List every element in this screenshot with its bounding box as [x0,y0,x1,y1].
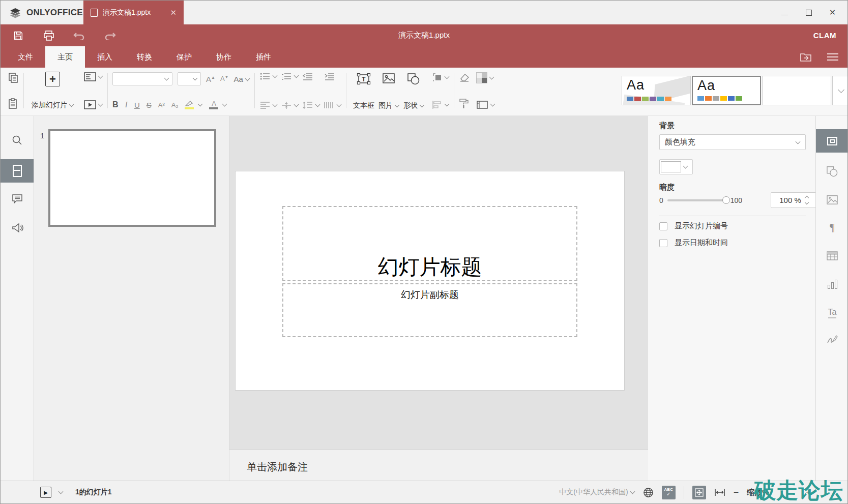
decrease-indent-button[interactable] [302,72,313,80]
opacity-spinner[interactable]: 100 % [771,192,817,208]
theme-option-2-selected[interactable]: Aa [692,76,761,105]
image-settings-button[interactable] [816,188,848,212]
bold-button[interactable]: B [112,100,119,109]
add-slide-button[interactable]: + 添加幻灯片 [28,71,77,110]
slide-appearance-group [476,71,495,110]
theme-option-3[interactable] [762,76,831,105]
tab-protection[interactable]: 保护 [164,46,204,68]
feedback-button[interactable] [1,216,34,240]
fit-to-width-button[interactable] [714,488,725,496]
highlight-pen-icon [185,100,194,107]
chevron-down-icon[interactable] [59,489,64,494]
font-name-combo[interactable] [112,72,172,85]
text-art-settings-button[interactable]: Ta [816,301,848,324]
save-button[interactable] [12,29,25,42]
bullets-button[interactable] [259,72,277,80]
increase-indent-button[interactable] [324,72,335,80]
insert-columns-button[interactable] [324,101,341,109]
select-colors-button[interactable] [476,72,495,83]
slide-thumbnail-selected[interactable] [48,129,216,227]
slide-settings-panel: 背景 颜色填充 暗度 0 100 100 % 显示幻灯片编号 显示日期和时间 [648,116,815,481]
fit-to-slide-button[interactable] [692,486,706,499]
change-layout-button[interactable] [84,72,103,81]
slider-handle[interactable] [722,196,730,204]
paragraph-settings-button[interactable]: ¶ [816,216,848,239]
slide-surface[interactable]: 幻灯片标题 幻灯片副标题 [236,171,624,390]
copy-style-button[interactable] [459,98,470,109]
signature-settings-button[interactable] [816,328,848,351]
theme-option-1[interactable]: Aa [622,76,691,105]
print-button[interactable] [42,29,55,42]
minimize-button[interactable] [773,1,797,24]
show-date-time-checkbox[interactable] [659,239,667,247]
textbox-icon: T [357,73,371,85]
slides-panel-button[interactable] [1,159,34,183]
insert-textbox-button[interactable]: T 文本框 [351,71,376,110]
line-spacing-button[interactable] [302,101,320,109]
comment-icon [11,193,23,204]
insert-shape-button[interactable]: 形状 [401,71,426,110]
redo-button[interactable] [103,29,116,42]
table-settings-button[interactable] [816,244,848,268]
document-language-button[interactable] [643,487,654,498]
align-shape-button[interactable] [431,100,449,109]
vertical-align-icon [281,101,292,109]
open-file-location-button[interactable] [800,52,812,62]
theme-gallery-expand-button[interactable] [832,76,848,105]
arrange-shape-button[interactable] [431,72,449,82]
spin-up-icon[interactable] [805,196,809,200]
paste-button[interactable] [8,98,19,109]
show-slide-number-label: 显示幻灯片编号 [675,221,728,231]
superscript-button[interactable]: A² [158,101,165,109]
document-tab[interactable]: 演示文稿1.pptx ✕ [83,1,184,24]
close-button[interactable]: ✕ [821,1,844,24]
highlight-color-button[interactable] [185,100,194,109]
notes-area[interactable]: 单击添加备注 [229,450,648,482]
start-slideshow-statusbar-button[interactable]: ▶ [40,487,51,498]
italic-button[interactable]: I [125,100,128,109]
tab-collaboration[interactable]: 协作 [204,46,244,68]
clear-style-button[interactable] [459,72,470,82]
select-slide-size-button[interactable] [476,100,495,109]
chart-settings-button[interactable] [816,273,848,296]
opacity-slider[interactable] [667,199,726,201]
slide-settings-button[interactable] [816,129,848,153]
decrement-font-button[interactable]: A▼ [220,75,229,82]
language-selector[interactable]: 中文(中华人民共和国) [559,488,634,497]
subscript-button[interactable]: A₂ [171,101,179,109]
tab-file[interactable]: 文件 [6,46,45,68]
underline-button[interactable]: U [134,101,140,109]
start-slideshow-button[interactable] [84,100,103,109]
editing-canvas[interactable]: 幻灯片标题 幻灯片副标题 [229,116,648,450]
tab-insert[interactable]: 插入 [85,46,125,68]
increment-font-button[interactable]: A▲ [206,75,215,83]
horizontal-align-button[interactable] [259,101,277,109]
undo-button[interactable] [73,29,86,42]
tab-close-icon[interactable]: ✕ [170,8,177,17]
font-color-button[interactable]: A [209,100,218,109]
font-size-combo[interactable] [178,72,201,85]
print-icon [43,30,55,41]
tab-plugins[interactable]: 插件 [244,46,283,68]
vertical-align-button[interactable] [281,101,299,109]
tab-transitions[interactable]: 转换 [125,46,164,68]
subtitle-placeholder[interactable]: 幻灯片副标题 [282,283,577,337]
tab-home[interactable]: 主页 [45,46,85,68]
shape-settings-button[interactable] [816,160,848,183]
comments-button[interactable] [1,187,34,211]
numbering-button[interactable] [281,72,299,80]
search-button[interactable] [1,129,34,152]
copy-button[interactable] [8,72,19,83]
background-fill-select[interactable]: 颜色填充 [659,134,806,150]
fill-color-picker[interactable] [659,159,693,174]
zoom-out-button[interactable]: − [734,488,739,497]
change-case-button[interactable]: Aa [234,75,250,83]
spellcheck-button[interactable]: ABC ✓ [662,486,676,499]
maximize-button[interactable] [797,1,821,24]
title-placeholder[interactable]: 幻灯片标题 [282,206,577,281]
spin-down-icon[interactable] [805,200,809,204]
show-slide-number-checkbox[interactable] [659,222,667,230]
insert-image-button[interactable]: 图片 [376,71,401,110]
hamburger-menu-icon[interactable] [827,53,838,61]
strikethrough-button[interactable]: S [147,101,152,109]
